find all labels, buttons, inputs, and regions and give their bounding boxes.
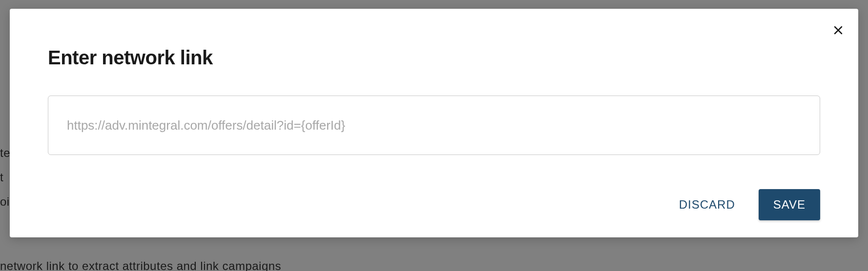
background-fragment-3: oi	[0, 195, 10, 209]
network-link-input[interactable]	[48, 96, 820, 155]
background-fragment-2: t	[0, 171, 3, 184]
close-icon	[832, 24, 844, 36]
modal-dialog: Enter network link DISCARD SAVE	[10, 9, 858, 237]
background-fragment-4: network link to extract attributes and l…	[0, 259, 281, 271]
save-button[interactable]: SAVE	[759, 189, 820, 220]
discard-button[interactable]: DISCARD	[675, 190, 739, 219]
modal-title: Enter network link	[48, 47, 820, 69]
modal-content: Enter network link DISCARD SAVE	[10, 9, 858, 237]
button-row: DISCARD SAVE	[48, 189, 820, 220]
close-button[interactable]	[830, 22, 846, 38]
